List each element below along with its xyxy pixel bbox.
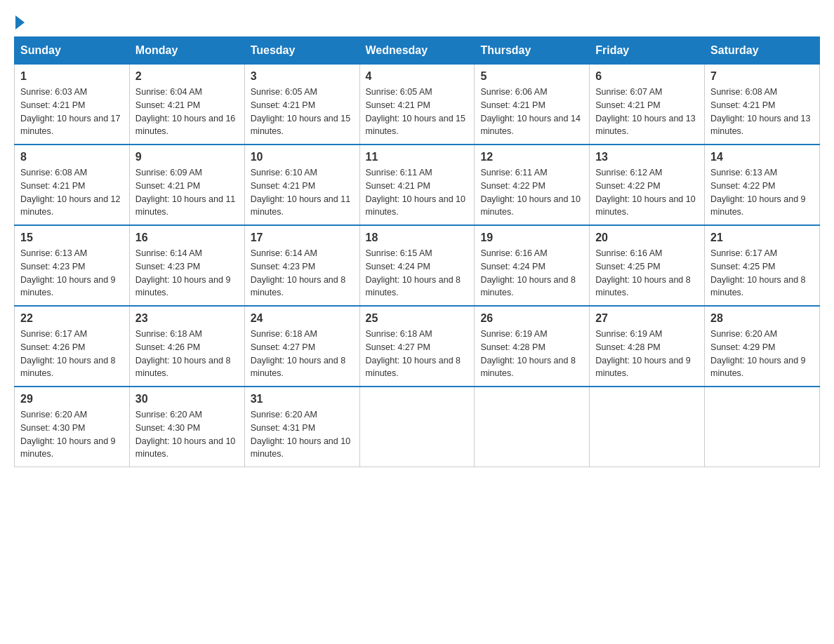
calendar-cell: 3 Sunrise: 6:05 AM Sunset: 4:21 PM Dayli… xyxy=(244,65,359,145)
calendar-cell: 9 Sunrise: 6:09 AM Sunset: 4:21 PM Dayli… xyxy=(129,145,244,225)
day-info: Sunrise: 6:11 AM Sunset: 4:21 PM Dayligh… xyxy=(366,166,469,219)
day-info: Sunrise: 6:19 AM Sunset: 4:28 PM Dayligh… xyxy=(480,328,583,380)
day-info: Sunrise: 6:16 AM Sunset: 4:24 PM Dayligh… xyxy=(480,247,583,300)
day-number: 10 xyxy=(251,151,354,163)
day-info: Sunrise: 6:12 AM Sunset: 4:22 PM Dayligh… xyxy=(595,166,699,219)
calendar-cell: 24 Sunrise: 6:18 AM Sunset: 4:27 PM Dayl… xyxy=(244,306,359,387)
calendar-header-sunday: Sunday xyxy=(15,37,130,65)
calendar-cell: 31 Sunrise: 6:20 AM Sunset: 4:31 PM Dayl… xyxy=(244,387,359,467)
day-number: 26 xyxy=(480,312,583,325)
calendar-cell: 28 Sunrise: 6:20 AM Sunset: 4:29 PM Dayl… xyxy=(705,306,820,387)
day-number: 15 xyxy=(20,232,124,244)
calendar-cell: 11 Sunrise: 6:11 AM Sunset: 4:21 PM Dayl… xyxy=(359,145,475,225)
day-info: Sunrise: 6:14 AM Sunset: 4:23 PM Dayligh… xyxy=(135,247,239,300)
calendar-header-saturday: Saturday xyxy=(705,37,820,65)
day-info: Sunrise: 6:08 AM Sunset: 4:21 PM Dayligh… xyxy=(710,86,814,138)
calendar-week-row: 29 Sunrise: 6:20 AM Sunset: 4:30 PM Dayl… xyxy=(15,387,820,467)
day-number: 1 xyxy=(20,70,124,83)
calendar-week-row: 22 Sunrise: 6:17 AM Sunset: 4:26 PM Dayl… xyxy=(15,306,820,387)
logo xyxy=(14,14,25,29)
calendar-cell: 21 Sunrise: 6:17 AM Sunset: 4:25 PM Dayl… xyxy=(705,225,820,306)
calendar-cell: 19 Sunrise: 6:16 AM Sunset: 4:24 PM Dayl… xyxy=(475,225,590,306)
calendar-cell: 10 Sunrise: 6:10 AM Sunset: 4:21 PM Dayl… xyxy=(244,145,359,225)
calendar-cell: 2 Sunrise: 6:04 AM Sunset: 4:21 PM Dayli… xyxy=(129,65,244,145)
day-number: 7 xyxy=(710,70,814,83)
calendar-cell: 18 Sunrise: 6:15 AM Sunset: 4:24 PM Dayl… xyxy=(359,225,475,306)
day-number: 21 xyxy=(710,232,814,244)
calendar-header-monday: Monday xyxy=(129,37,244,65)
calendar-cell xyxy=(705,387,820,467)
calendar-week-row: 8 Sunrise: 6:08 AM Sunset: 4:21 PM Dayli… xyxy=(15,145,820,225)
day-info: Sunrise: 6:15 AM Sunset: 4:24 PM Dayligh… xyxy=(366,247,469,300)
day-info: Sunrise: 6:05 AM Sunset: 4:21 PM Dayligh… xyxy=(251,86,354,138)
day-number: 29 xyxy=(20,393,124,405)
day-number: 6 xyxy=(595,70,699,83)
calendar-header-row: SundayMondayTuesdayWednesdayThursdayFrid… xyxy=(15,37,820,65)
calendar-cell xyxy=(590,387,705,467)
day-info: Sunrise: 6:13 AM Sunset: 4:23 PM Dayligh… xyxy=(20,247,124,300)
day-info: Sunrise: 6:11 AM Sunset: 4:22 PM Dayligh… xyxy=(480,166,583,219)
day-number: 31 xyxy=(251,393,354,405)
day-number: 13 xyxy=(595,151,699,163)
day-info: Sunrise: 6:10 AM Sunset: 4:21 PM Dayligh… xyxy=(251,166,354,219)
day-info: Sunrise: 6:05 AM Sunset: 4:21 PM Dayligh… xyxy=(366,86,469,138)
day-info: Sunrise: 6:03 AM Sunset: 4:21 PM Dayligh… xyxy=(20,86,124,138)
day-info: Sunrise: 6:09 AM Sunset: 4:21 PM Dayligh… xyxy=(135,166,239,219)
calendar-cell: 4 Sunrise: 6:05 AM Sunset: 4:21 PM Dayli… xyxy=(359,65,475,145)
day-number: 23 xyxy=(135,312,239,325)
calendar-cell: 12 Sunrise: 6:11 AM Sunset: 4:22 PM Dayl… xyxy=(475,145,590,225)
calendar-header-wednesday: Wednesday xyxy=(359,37,475,65)
calendar-header-friday: Friday xyxy=(590,37,705,65)
day-info: Sunrise: 6:20 AM Sunset: 4:30 PM Dayligh… xyxy=(20,408,124,461)
calendar-cell: 27 Sunrise: 6:19 AM Sunset: 4:28 PM Dayl… xyxy=(590,306,705,387)
day-info: Sunrise: 6:18 AM Sunset: 4:27 PM Dayligh… xyxy=(366,328,469,380)
day-info: Sunrise: 6:08 AM Sunset: 4:21 PM Dayligh… xyxy=(20,166,124,219)
calendar-cell: 8 Sunrise: 6:08 AM Sunset: 4:21 PM Dayli… xyxy=(15,145,130,225)
day-info: Sunrise: 6:20 AM Sunset: 4:30 PM Dayligh… xyxy=(135,408,239,461)
calendar-header-thursday: Thursday xyxy=(475,37,590,65)
day-info: Sunrise: 6:20 AM Sunset: 4:31 PM Dayligh… xyxy=(251,408,354,461)
day-info: Sunrise: 6:16 AM Sunset: 4:25 PM Dayligh… xyxy=(595,247,699,300)
day-number: 14 xyxy=(710,151,814,163)
calendar-cell: 17 Sunrise: 6:14 AM Sunset: 4:23 PM Dayl… xyxy=(244,225,359,306)
calendar-week-row: 1 Sunrise: 6:03 AM Sunset: 4:21 PM Dayli… xyxy=(15,65,820,145)
day-info: Sunrise: 6:14 AM Sunset: 4:23 PM Dayligh… xyxy=(251,247,354,300)
day-number: 2 xyxy=(135,70,239,83)
day-info: Sunrise: 6:06 AM Sunset: 4:21 PM Dayligh… xyxy=(480,86,583,138)
day-number: 9 xyxy=(135,151,239,163)
calendar-cell: 22 Sunrise: 6:17 AM Sunset: 4:26 PM Dayl… xyxy=(15,306,130,387)
calendar-cell: 5 Sunrise: 6:06 AM Sunset: 4:21 PM Dayli… xyxy=(475,65,590,145)
day-number: 24 xyxy=(251,312,354,325)
day-info: Sunrise: 6:19 AM Sunset: 4:28 PM Dayligh… xyxy=(595,328,699,380)
day-number: 27 xyxy=(595,312,699,325)
day-info: Sunrise: 6:20 AM Sunset: 4:29 PM Dayligh… xyxy=(710,328,814,380)
calendar-cell: 6 Sunrise: 6:07 AM Sunset: 4:21 PM Dayli… xyxy=(590,65,705,145)
day-info: Sunrise: 6:13 AM Sunset: 4:22 PM Dayligh… xyxy=(710,166,814,219)
day-number: 4 xyxy=(366,70,469,83)
logo-arrow-icon xyxy=(15,15,25,29)
calendar-cell: 29 Sunrise: 6:20 AM Sunset: 4:30 PM Dayl… xyxy=(15,387,130,467)
day-number: 3 xyxy=(251,70,354,83)
day-number: 22 xyxy=(20,312,124,325)
calendar-table: SundayMondayTuesdayWednesdayThursdayFrid… xyxy=(14,36,820,467)
day-number: 18 xyxy=(366,232,469,244)
calendar-cell: 20 Sunrise: 6:16 AM Sunset: 4:25 PM Dayl… xyxy=(590,225,705,306)
day-number: 20 xyxy=(595,232,699,244)
day-number: 16 xyxy=(135,232,239,244)
day-number: 8 xyxy=(20,151,124,163)
day-number: 5 xyxy=(480,70,583,83)
day-info: Sunrise: 6:18 AM Sunset: 4:26 PM Dayligh… xyxy=(135,328,239,380)
calendar-cell: 1 Sunrise: 6:03 AM Sunset: 4:21 PM Dayli… xyxy=(15,65,130,145)
calendar-header-tuesday: Tuesday xyxy=(244,37,359,65)
calendar-week-row: 15 Sunrise: 6:13 AM Sunset: 4:23 PM Dayl… xyxy=(15,225,820,306)
page-header xyxy=(14,14,820,29)
calendar-cell: 15 Sunrise: 6:13 AM Sunset: 4:23 PM Dayl… xyxy=(15,225,130,306)
day-info: Sunrise: 6:18 AM Sunset: 4:27 PM Dayligh… xyxy=(251,328,354,380)
day-info: Sunrise: 6:07 AM Sunset: 4:21 PM Dayligh… xyxy=(595,86,699,138)
calendar-cell xyxy=(359,387,475,467)
calendar-cell: 7 Sunrise: 6:08 AM Sunset: 4:21 PM Dayli… xyxy=(705,65,820,145)
day-number: 12 xyxy=(480,151,583,163)
day-number: 11 xyxy=(366,151,469,163)
day-number: 19 xyxy=(480,232,583,244)
calendar-cell: 23 Sunrise: 6:18 AM Sunset: 4:26 PM Dayl… xyxy=(129,306,244,387)
